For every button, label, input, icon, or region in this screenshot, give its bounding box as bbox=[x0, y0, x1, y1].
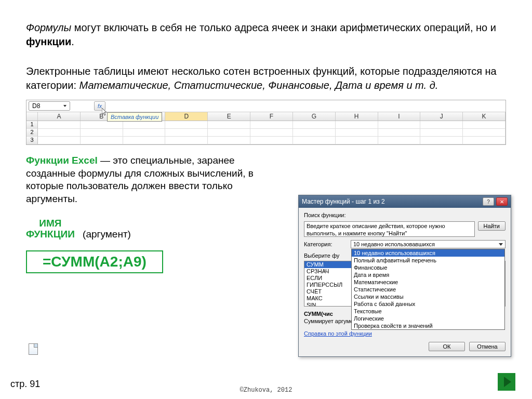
category-select[interactable]: 10 недавно использовавшихся 10 недавно и… bbox=[351, 240, 506, 248]
cat-option[interactable]: Дата и время bbox=[352, 271, 504, 278]
ok-button[interactable]: ОК bbox=[429, 342, 465, 351]
argument-label: (аргумент) bbox=[83, 229, 131, 240]
next-slide-button[interactable] bbox=[498, 373, 515, 391]
row-1: 1 bbox=[26, 121, 506, 129]
page-reference: стр. 91 bbox=[10, 379, 40, 390]
cancel-button[interactable]: Отмена bbox=[469, 342, 506, 351]
signature-line: ИМЯ ФУНКЦИИ (аргумент) bbox=[26, 218, 275, 240]
cat-option[interactable]: Финансовые bbox=[352, 264, 504, 271]
col-E[interactable]: E bbox=[208, 112, 250, 121]
select-function-label: Выберите фу bbox=[304, 251, 348, 259]
corner-cell bbox=[26, 112, 38, 121]
fx-label: fx bbox=[98, 103, 102, 109]
p2-italic: Математические, Статистические, Финансов… bbox=[79, 79, 438, 91]
cat-option[interactable]: Математические bbox=[352, 278, 504, 286]
col-I[interactable]: I bbox=[378, 112, 421, 121]
formula-example: =СУММ(A2;A9) bbox=[26, 250, 163, 273]
name-box-value: D8 bbox=[32, 102, 40, 110]
categories-paragraph: Электронные таблицы имеют несколько соте… bbox=[26, 64, 506, 92]
category-label: Категория: bbox=[304, 240, 348, 247]
tooltip: Вставка функции bbox=[107, 112, 162, 122]
col-G[interactable]: G bbox=[293, 112, 336, 121]
row-3: 3 bbox=[26, 137, 506, 144]
col-F[interactable]: F bbox=[250, 112, 293, 121]
category-value: 10 недавно использовавшихся bbox=[353, 241, 435, 247]
chevron-down-icon bbox=[499, 243, 503, 246]
row-2: 2 bbox=[26, 129, 506, 137]
cat-option[interactable]: Полный алфавитный перечень bbox=[352, 257, 504, 264]
func-excel-label: Функции Excel bbox=[26, 155, 98, 166]
col-J[interactable]: J bbox=[420, 112, 463, 121]
column-headers: A B C D E F G H I J K bbox=[26, 112, 506, 121]
intro-italic1: Формулы bbox=[26, 22, 74, 33]
help-button[interactable]: ? bbox=[483, 197, 494, 206]
arrow-right-icon bbox=[504, 377, 511, 387]
close-icon: ✕ bbox=[500, 199, 504, 205]
cat-option[interactable]: Ссылки и массивы bbox=[352, 293, 504, 300]
cat-option[interactable]: 10 недавно использовавшихся bbox=[352, 249, 504, 257]
close-button[interactable]: ✕ bbox=[496, 197, 508, 206]
copyright: ©Zhukova, 2012 bbox=[240, 387, 292, 394]
find-button[interactable]: Найти bbox=[478, 221, 506, 231]
help-link[interactable]: Справка по этой функции bbox=[304, 330, 372, 337]
intro-paragraph: Формулы могут включать в себя не только … bbox=[26, 21, 506, 49]
name-box[interactable]: D8 bbox=[29, 101, 70, 111]
function-wizard-dialog: Мастер функций - шаг 1 из 2 ? ✕ Поиск фу… bbox=[298, 195, 511, 357]
intro-tail: . bbox=[71, 36, 74, 47]
col-A[interactable]: A bbox=[38, 112, 81, 121]
rownum-2[interactable]: 2 bbox=[26, 129, 38, 137]
wizard-title-bar[interactable]: Мастер функций - шаг 1 из 2 ? ✕ bbox=[299, 195, 511, 208]
search-input[interactable]: Введите краткое описание действия, котор… bbox=[304, 221, 475, 237]
insert-function-button[interactable]: fx Вставка функции bbox=[94, 101, 105, 111]
cat-option[interactable]: Текстовые bbox=[352, 308, 504, 315]
cat-option[interactable]: Статистические bbox=[352, 286, 504, 293]
intro-bold: функции bbox=[26, 36, 71, 47]
function-name-label: ИМЯ ФУНКЦИИ bbox=[26, 218, 75, 240]
dropdown-icon bbox=[63, 105, 66, 107]
category-dropdown: 10 недавно использовавшихся Полный алфав… bbox=[351, 249, 505, 330]
rownum-3[interactable]: 3 bbox=[26, 137, 38, 144]
functions-definition: Функции Excel — это специальные, заранее… bbox=[26, 154, 275, 206]
cat-option[interactable]: Логические bbox=[352, 315, 504, 322]
rownum-1[interactable]: 1 bbox=[26, 121, 38, 129]
search-label: Поиск функции: bbox=[304, 212, 506, 218]
col-H[interactable]: H bbox=[336, 112, 378, 121]
cat-option[interactable]: Проверка свойств и значений bbox=[352, 322, 504, 329]
document-icon[interactable] bbox=[29, 343, 38, 355]
spreadsheet-snippet: D8 fx Вставка функции A B C D E F G H I … bbox=[26, 100, 506, 145]
cat-option[interactable]: Работа с базой данных bbox=[352, 300, 504, 308]
col-K[interactable]: K bbox=[463, 112, 506, 121]
col-D[interactable]: D bbox=[165, 112, 208, 121]
intro-plain1: могут включать в себя не только адреса я… bbox=[74, 22, 496, 33]
wizard-title: Мастер функций - шаг 1 из 2 bbox=[302, 198, 385, 205]
